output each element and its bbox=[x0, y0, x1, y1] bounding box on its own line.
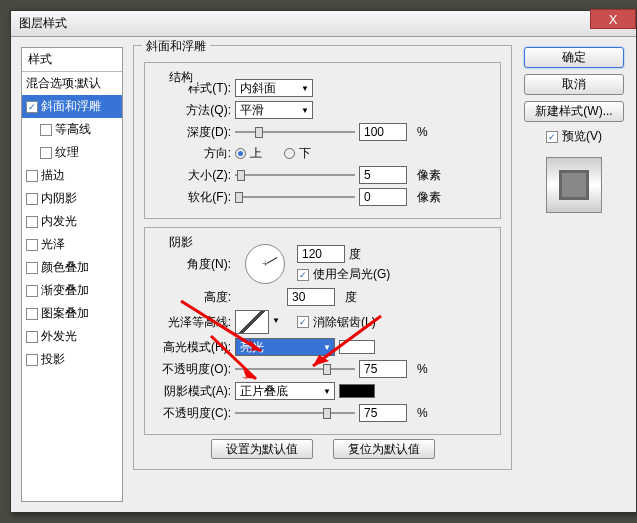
content-area: 样式 混合选项:默认 斜面和浮雕 等高线 纹理 描边 内阴影 内发光 光泽 颜色… bbox=[11, 37, 636, 512]
size-input[interactable]: 5 bbox=[359, 166, 407, 184]
checkbox-icon[interactable] bbox=[26, 262, 38, 274]
soften-label: 软化(F): bbox=[155, 189, 231, 206]
close-button[interactable]: X bbox=[590, 9, 636, 29]
structure-legend: 结构 bbox=[165, 69, 197, 86]
reset-default-button[interactable]: 设置为默认值 bbox=[211, 439, 313, 459]
item-stroke[interactable]: 描边 bbox=[22, 164, 122, 187]
style-list: 样式 混合选项:默认 斜面和浮雕 等高线 纹理 描边 内阴影 内发光 光泽 颜色… bbox=[21, 47, 123, 502]
shading-group: 阴影 角度(N): 120度 使用全局光(G) 高度:30度 光泽等高线:消除锯… bbox=[144, 227, 501, 435]
new-style-button[interactable]: 新建样式(W)... bbox=[524, 101, 624, 122]
soften-slider[interactable] bbox=[235, 190, 355, 204]
item-contour[interactable]: 等高线 bbox=[22, 118, 122, 141]
checkbox-icon[interactable] bbox=[26, 101, 38, 113]
item-color-overlay[interactable]: 颜色叠加 bbox=[22, 256, 122, 279]
checkbox-icon[interactable] bbox=[26, 354, 38, 366]
style-list-header: 样式 bbox=[22, 48, 122, 72]
direction-up-radio[interactable] bbox=[235, 148, 246, 159]
item-blend-options[interactable]: 混合选项:默认 bbox=[22, 72, 122, 95]
shadow-opacity-input[interactable]: 75 bbox=[359, 404, 407, 422]
shadow-mode-label: 阴影模式(A): bbox=[155, 383, 231, 400]
item-drop-shadow[interactable]: 投影 bbox=[22, 348, 122, 371]
technique-label: 方法(Q): bbox=[155, 102, 231, 119]
shadow-color-swatch[interactable] bbox=[339, 384, 375, 398]
angle-input[interactable]: 120 bbox=[297, 245, 345, 263]
window-title: 图层样式 bbox=[19, 15, 67, 32]
checkbox-icon[interactable] bbox=[26, 170, 38, 182]
ok-button[interactable]: 确定 bbox=[524, 47, 624, 68]
item-gradient-overlay[interactable]: 渐变叠加 bbox=[22, 279, 122, 302]
gloss-contour-label: 光泽等高线: bbox=[155, 314, 231, 331]
checkbox-icon[interactable] bbox=[26, 193, 38, 205]
angle-label: 角度(N): bbox=[155, 256, 231, 273]
direction-down-radio[interactable] bbox=[284, 148, 295, 159]
checkbox-icon[interactable] bbox=[26, 308, 38, 320]
technique-combo[interactable]: 平滑 bbox=[235, 101, 313, 119]
angle-dial[interactable] bbox=[245, 244, 285, 284]
action-panel: 确定 取消 新建样式(W)... 预览(V) bbox=[518, 43, 630, 506]
bevel-fieldset: 斜面和浮雕 结构 样式(T):内斜面 方法(Q):平滑 深度(D):100% 方… bbox=[133, 45, 512, 470]
highlight-opacity-label: 不透明度(O): bbox=[155, 361, 231, 378]
preview-checkbox[interactable] bbox=[546, 131, 558, 143]
item-pattern-overlay[interactable]: 图案叠加 bbox=[22, 302, 122, 325]
titlebar[interactable]: 图层样式 X bbox=[11, 11, 636, 37]
item-inner-shadow[interactable]: 内阴影 bbox=[22, 187, 122, 210]
depth-slider[interactable] bbox=[235, 125, 355, 139]
dialog-window: 图层样式 X 样式 混合选项:默认 斜面和浮雕 等高线 纹理 描边 内阴影 内发… bbox=[10, 10, 637, 513]
item-inner-glow[interactable]: 内发光 bbox=[22, 210, 122, 233]
altitude-label: 高度: bbox=[155, 289, 231, 306]
cancel-button[interactable]: 取消 bbox=[524, 74, 624, 95]
checkbox-icon[interactable] bbox=[40, 124, 52, 136]
altitude-input[interactable]: 30 bbox=[287, 288, 335, 306]
antialias-checkbox[interactable] bbox=[297, 316, 309, 328]
shadow-opacity-label: 不透明度(C): bbox=[155, 405, 231, 422]
item-texture[interactable]: 纹理 bbox=[22, 141, 122, 164]
size-slider[interactable] bbox=[235, 168, 355, 182]
global-light-checkbox[interactable] bbox=[297, 269, 309, 281]
highlight-opacity-input[interactable]: 75 bbox=[359, 360, 407, 378]
gloss-contour-picker[interactable] bbox=[235, 310, 269, 334]
shadow-mode-combo[interactable]: 正片叠底 bbox=[235, 382, 335, 400]
size-label: 大小(Z): bbox=[155, 167, 231, 184]
checkbox-icon[interactable] bbox=[40, 147, 52, 159]
checkbox-icon[interactable] bbox=[26, 239, 38, 251]
preview-thumbnail bbox=[546, 157, 602, 213]
item-satin[interactable]: 光泽 bbox=[22, 233, 122, 256]
depth-input[interactable]: 100 bbox=[359, 123, 407, 141]
item-outer-glow[interactable]: 外发光 bbox=[22, 325, 122, 348]
direction-label: 方向: bbox=[155, 145, 231, 162]
structure-group: 结构 样式(T):内斜面 方法(Q):平滑 深度(D):100% 方向:上下 大… bbox=[144, 62, 501, 219]
preview-inner-icon bbox=[559, 170, 589, 200]
settings-panel: 斜面和浮雕 结构 样式(T):内斜面 方法(Q):平滑 深度(D):100% 方… bbox=[127, 43, 518, 506]
restore-default-button[interactable]: 复位为默认值 bbox=[333, 439, 435, 459]
shadow-opacity-slider[interactable] bbox=[235, 406, 355, 420]
checkbox-icon[interactable] bbox=[26, 331, 38, 343]
checkbox-icon[interactable] bbox=[26, 285, 38, 297]
shading-legend: 阴影 bbox=[165, 234, 197, 251]
highlight-mode-label: 高光模式(H): bbox=[155, 339, 231, 356]
soften-input[interactable]: 0 bbox=[359, 188, 407, 206]
highlight-color-swatch[interactable] bbox=[339, 340, 375, 354]
checkbox-icon[interactable] bbox=[26, 216, 38, 228]
style-combo[interactable]: 内斜面 bbox=[235, 79, 313, 97]
highlight-mode-combo[interactable]: 亮光 bbox=[235, 338, 335, 356]
depth-label: 深度(D): bbox=[155, 124, 231, 141]
highlight-opacity-slider[interactable] bbox=[235, 362, 355, 376]
bevel-legend: 斜面和浮雕 bbox=[142, 38, 210, 55]
item-bevel-emboss[interactable]: 斜面和浮雕 bbox=[22, 95, 122, 118]
